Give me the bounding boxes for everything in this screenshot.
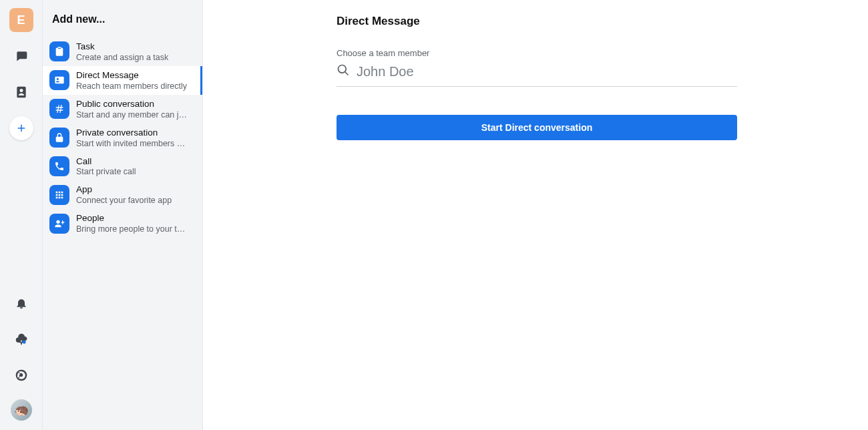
list-item-title: Call <box>76 156 136 168</box>
member-search-input[interactable] <box>357 64 737 79</box>
help-icon[interactable] <box>9 363 33 387</box>
cloud-download-icon[interactable] <box>9 327 33 351</box>
id-card-icon <box>49 70 69 90</box>
clipboard-icon <box>49 41 69 61</box>
list-item-subtitle: Bring more people to your te… <box>76 224 188 234</box>
list-item-title: Direct Message <box>76 70 187 81</box>
phone-icon <box>49 156 69 176</box>
list-item-subtitle: Start private call <box>76 167 136 176</box>
add-new-panel: Add new... TaskCreate and assign a taskD… <box>43 0 203 430</box>
field-label: Choose a team member <box>337 48 737 58</box>
nav-rail: E 🦔 <box>0 0 43 430</box>
list-item-subtitle: Create and assign a task <box>76 53 168 62</box>
add-item-people[interactable]: PeopleBring more people to your te… <box>43 209 202 238</box>
panel-title: Add new... <box>43 0 202 35</box>
add-new-list: TaskCreate and assign a taskDirect Messa… <box>43 35 202 238</box>
list-item-title: Private conversation <box>76 128 188 139</box>
workspace-avatar[interactable]: E <box>9 8 33 32</box>
contacts-icon[interactable] <box>9 80 33 104</box>
list-item-subtitle: Start and any member can jo… <box>76 110 188 120</box>
bell-icon[interactable] <box>9 291 33 315</box>
main-content: Direct Message Choose a team member Star… <box>203 0 868 430</box>
member-search-row <box>337 62 737 87</box>
workspace-initial: E <box>17 13 25 27</box>
lock-icon <box>49 128 69 148</box>
hash-icon <box>49 99 69 119</box>
page-title: Direct Message <box>337 15 737 28</box>
start-direct-conversation-button[interactable]: Start Direct conversation <box>337 115 737 140</box>
list-item-subtitle: Connect your favorite app <box>76 196 172 205</box>
list-item-title: Public conversation <box>76 99 188 110</box>
add-button[interactable] <box>9 116 33 140</box>
list-item-title: People <box>76 213 188 224</box>
list-item-title: Task <box>76 41 168 53</box>
add-item-private-conversation[interactable]: Private conversationStart with invited m… <box>43 124 202 152</box>
add-item-call[interactable]: CallStart private call <box>43 152 202 181</box>
add-item-task[interactable]: TaskCreate and assign a task <box>43 37 202 66</box>
search-icon <box>337 63 350 79</box>
add-item-public-conversation[interactable]: Public conversationStart and any member … <box>43 95 202 124</box>
list-item-subtitle: Reach team members directly <box>76 81 187 91</box>
add-item-app[interactable]: AppConnect your favorite app <box>43 180 202 209</box>
list-item-title: App <box>76 184 172 196</box>
user-avatar[interactable]: 🦔 <box>11 399 32 421</box>
grid-icon <box>49 185 69 205</box>
list-item-subtitle: Start with invited members o… <box>76 139 188 148</box>
person-add-icon <box>49 214 69 234</box>
add-item-direct-message[interactable]: Direct MessageReach team members directl… <box>43 66 202 95</box>
svg-point-0 <box>22 341 25 344</box>
chat-icon[interactable] <box>9 44 33 68</box>
